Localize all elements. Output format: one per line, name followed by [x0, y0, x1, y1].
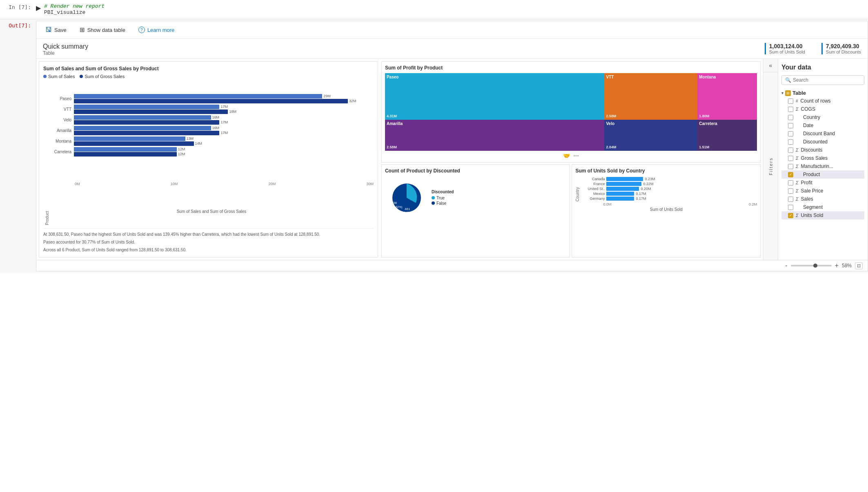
- field-checkbox: [788, 156, 793, 161]
- table-header[interactable]: ▾ ⊞ Table: [781, 89, 864, 97]
- field-checkbox: ✓: [788, 172, 793, 177]
- pie-legend: Discounted True False: [432, 190, 454, 206]
- save-icon: 🖫: [45, 26, 52, 34]
- field-name: Date: [803, 123, 813, 128]
- field-item[interactable]: Σ Sale Price: [781, 187, 864, 195]
- filters-label: Filters: [768, 157, 773, 175]
- svg-text:(7.62%): (7.62%): [392, 206, 403, 209]
- field-name: Sale Price: [801, 188, 823, 194]
- treemap-panel: Sum of Profit by Product Paseo4.31MVTT2.…: [381, 61, 761, 163]
- field-item[interactable]: Σ Manufacturin...: [781, 162, 864, 170]
- country-bar-row: France 0.22M: [580, 182, 757, 186]
- desc3: Across all 6 Product, Sum of Units Sold …: [43, 247, 374, 253]
- toolbar: 🖫 Save ⊞ Show data table ? Learn more: [36, 21, 868, 39]
- table-name: Table: [792, 90, 806, 96]
- svg-text:(92.38%): (92.38%): [401, 211, 413, 215]
- stat-discounts-label: Sum of Discounts: [826, 49, 861, 54]
- pie-true-item: True: [432, 196, 454, 200]
- summary-title: Quick summary: [43, 43, 765, 50]
- field-item[interactable]: Σ Profit: [781, 179, 864, 187]
- stat-units-value: 1,003,124.00: [769, 43, 803, 49]
- country-bars: Canada 0.23M France 0.22M United St.. 0.…: [580, 176, 757, 201]
- treemap-cell: VTT2.58M: [604, 73, 697, 120]
- country-chart-panel: Sum of Units Sold by Country Country Can…: [572, 164, 761, 257]
- bar-row: VTT 17M 18M: [49, 105, 374, 114]
- treemap-title: Sum of Profit by Product: [385, 65, 757, 71]
- bar-row: Amarilla 16M 17M: [49, 126, 374, 135]
- code-line: PBI_visualize: [44, 9, 85, 16]
- bar-row: Velo 16M 17M: [49, 115, 374, 125]
- summary-header: Quick summary Table 1,003,124.00 Sum of …: [36, 39, 868, 59]
- pie-area: 38 (7.62%) 461 (92.38%) Discounted: [385, 176, 567, 219]
- data-panel-title: Your data: [781, 64, 864, 71]
- search-box[interactable]: 🔍: [781, 75, 864, 85]
- run-icon[interactable]: ▶: [36, 4, 41, 12]
- pie-svg: 38 (7.62%) 461 (92.38%): [388, 179, 425, 216]
- zoom-slider[interactable]: [791, 265, 832, 266]
- field-item[interactable]: Σ Sales: [781, 195, 864, 203]
- show-data-button[interactable]: ⊞ Show data table: [77, 25, 128, 35]
- bottom-bar: - + 58% ⊡: [36, 260, 868, 271]
- field-name: Count of rows: [801, 98, 831, 104]
- treemap-cell: Carretera1.51M: [697, 120, 757, 151]
- field-checkbox: [788, 197, 793, 202]
- country-bar-row: Germany 0.17M: [580, 197, 757, 201]
- pie-legend-title: Discounted: [432, 190, 454, 194]
- field-item[interactable]: ✓ Product: [781, 170, 864, 179]
- field-item[interactable]: # Count of rows: [781, 97, 864, 105]
- filters-button[interactable]: Filters: [763, 72, 778, 260]
- collapse-icon: «: [769, 62, 772, 69]
- country-x-label: Sum of Units Sold: [575, 207, 757, 212]
- learn-more-button[interactable]: ? Learn more: [136, 25, 177, 35]
- bar-row: Paseo 29M 32M: [49, 94, 374, 103]
- save-button[interactable]: 🖫 Save: [43, 25, 69, 35]
- collapse-button[interactable]: «: [763, 59, 778, 72]
- chart-description: At 308,631.50, Paseo had the highest Sum…: [43, 228, 374, 253]
- field-item[interactable]: Country: [781, 113, 864, 121]
- fit-icon[interactable]: ⊡: [855, 262, 863, 269]
- field-item[interactable]: Σ Discounts: [781, 146, 864, 154]
- table-group: ▾ ⊞ Table # Count of rows Σ COGS Country…: [781, 89, 864, 219]
- search-input[interactable]: [793, 77, 861, 83]
- field-item[interactable]: Date: [781, 121, 864, 130]
- country-y-label: Country: [575, 176, 580, 201]
- bar-row: Carretera 12M 12M: [49, 147, 374, 157]
- field-checkbox: [788, 205, 793, 210]
- field-checkbox: [788, 188, 793, 194]
- x-axis-label: Sum of Sales and Sum of Gross Sales: [49, 209, 374, 214]
- stat-discounts: 7,920,409.30 Sum of Discounts: [821, 43, 861, 54]
- cell-in-label: In [7]:: [0, 3, 36, 16]
- field-checkbox: [788, 115, 793, 120]
- treemap-cell: Montana1.80M: [697, 73, 757, 120]
- stat-units-sold: 1,003,124.00 Sum of Units Sold: [765, 43, 805, 54]
- svg-text:38: 38: [393, 201, 397, 205]
- field-name: Discounts: [801, 147, 823, 153]
- field-name: Manufacturin...: [801, 163, 833, 169]
- field-name: Product: [803, 172, 820, 177]
- expand-icon: ▾: [781, 91, 783, 95]
- treemap-container: Paseo4.31MVTT2.58MMontana1.80MAmarilla2.…: [385, 73, 757, 151]
- field-item[interactable]: Discount Band: [781, 130, 864, 138]
- table-type-icon: ⊞: [785, 90, 791, 96]
- zoom-minus[interactable]: -: [785, 262, 787, 269]
- zoom-plus[interactable]: +: [835, 262, 839, 269]
- treemap-cell: Amarilla2.58M: [385, 120, 605, 151]
- field-list: # Count of rows Σ COGS Country Date Disc…: [781, 97, 864, 219]
- field-name: Gross Sales: [801, 155, 828, 161]
- x-axis-ticks: 0M10M20M30M: [49, 182, 374, 186]
- field-item[interactable]: Segment: [781, 203, 864, 211]
- field-item[interactable]: Σ COGS: [781, 105, 864, 113]
- field-item[interactable]: Discounted: [781, 138, 864, 146]
- field-checkbox: [788, 180, 793, 186]
- summary-subtitle: Table: [43, 50, 765, 56]
- field-name: Discounted: [803, 139, 828, 145]
- field-name: Country: [803, 114, 820, 120]
- bar-chart-legend: Sum of Sales Sum of Gross Sales: [43, 74, 374, 79]
- field-item[interactable]: ✓ Σ Units Sold: [781, 211, 864, 219]
- svg-text:461: 461: [405, 207, 410, 211]
- field-checkbox: ✓: [788, 213, 793, 218]
- field-checkbox: [788, 148, 793, 153]
- field-item[interactable]: Σ Gross Sales: [781, 154, 864, 162]
- treemap-scroll-left[interactable]: 🤝: [563, 152, 570, 159]
- field-name: Profit: [801, 180, 812, 186]
